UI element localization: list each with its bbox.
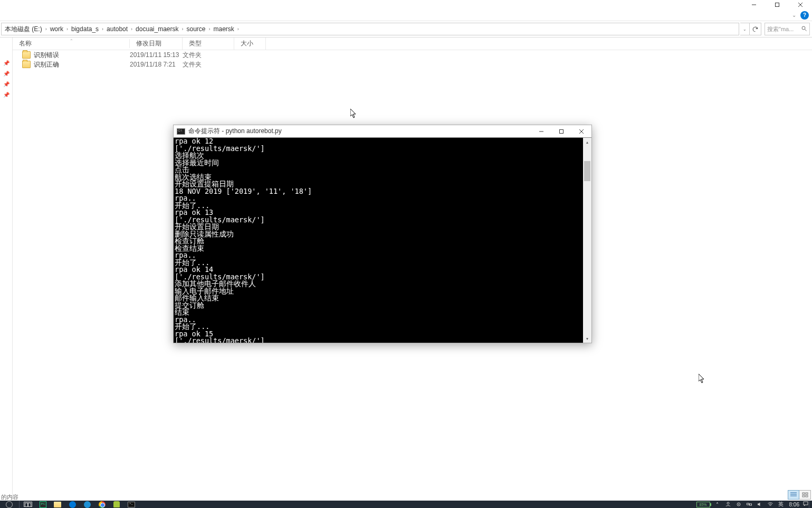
details-view-button[interactable] xyxy=(788,490,799,500)
view-options xyxy=(788,490,811,500)
explorer-minimize-button[interactable] xyxy=(742,0,766,9)
tray-wifi-icon[interactable] xyxy=(765,501,776,508)
svg-point-17 xyxy=(727,502,729,504)
taskbar[interactable]: 的内容 85% ˄ 英 8:06 xyxy=(0,501,812,508)
file-row[interactable]: 识别正确 2019/11/18 7:21 文件夹 xyxy=(13,60,812,69)
refresh-button[interactable] xyxy=(750,23,761,35)
minimize-icon xyxy=(751,2,757,7)
scroll-up-button[interactable]: ▴ xyxy=(583,138,591,146)
cmd-output: rpa ok 12 ['./results/maersk/'] 选择航次 选择最… xyxy=(174,138,583,343)
breadcrumb[interactable]: 本地磁盘 (E:)› work› bigdata_s› autobot› doc… xyxy=(1,23,739,35)
large-icons-view-button[interactable] xyxy=(799,490,811,500)
address-dropdown-button[interactable]: ⌄ xyxy=(740,23,750,35)
scroll-down-button[interactable]: ▾ xyxy=(583,334,591,343)
taskbar-app-cmd[interactable] xyxy=(124,501,139,508)
breadcrumb-item[interactable]: source xyxy=(185,25,206,33)
svg-rect-22 xyxy=(804,502,808,505)
explorer-close-button[interactable] xyxy=(789,0,812,9)
scroll-track[interactable] xyxy=(583,146,591,334)
help-icon[interactable]: ? xyxy=(800,11,809,20)
svg-rect-21 xyxy=(749,504,751,505)
taskbar-app-file-explorer[interactable] xyxy=(50,501,65,508)
svg-rect-12 xyxy=(806,495,808,497)
cortana-button[interactable] xyxy=(0,501,18,508)
chevron-right-icon[interactable]: › xyxy=(235,26,241,32)
breadcrumb-item[interactable]: 本地磁盘 (E:) xyxy=(4,25,43,34)
breadcrumb-item[interactable]: bigdata_s xyxy=(70,25,100,33)
cmd-title-text: 命令提示符 - python autorebot.py xyxy=(188,127,282,136)
file-type: 文件夹 xyxy=(183,60,234,69)
cmd-body[interactable]: rpa ok 12 ['./results/maersk/'] 选择航次 选择最… xyxy=(174,138,591,343)
chevron-right-icon[interactable]: › xyxy=(179,26,185,32)
column-header-name[interactable]: 名称 xyxy=(13,39,130,48)
task-view-button[interactable] xyxy=(21,501,35,508)
cmd-titlebar[interactable]: 命令提示符 - python autorebot.py xyxy=(174,125,591,138)
taskbar-app-ie[interactable] xyxy=(80,501,94,508)
battery-indicator[interactable]: 85% xyxy=(696,502,710,507)
file-row[interactable]: 识别错误 2019/11/11 15:13 文件夹 xyxy=(13,50,812,60)
column-header-size[interactable]: 大小 xyxy=(234,37,266,50)
chevron-right-icon[interactable]: › xyxy=(43,26,49,32)
action-center-icon xyxy=(803,501,809,507)
file-type: 文件夹 xyxy=(183,51,234,60)
column-headers: ⌃ 名称 修改日期 类型 大小 xyxy=(13,37,812,50)
breadcrumb-item[interactable]: work xyxy=(49,25,64,33)
large-icons-view-icon xyxy=(802,492,808,497)
cmd-close-button[interactable] xyxy=(571,125,591,138)
svg-rect-20 xyxy=(747,503,749,505)
scroll-thumb[interactable] xyxy=(584,161,590,181)
ribbon-collapse-chevron-icon[interactable]: ⌄ xyxy=(792,12,796,18)
folder-icon xyxy=(22,61,31,68)
chevron-right-icon[interactable]: › xyxy=(129,26,135,32)
breadcrumb-item[interactable]: docuai_maersk xyxy=(135,25,179,33)
taskbar-app-android[interactable] xyxy=(109,501,124,508)
tray-people-icon[interactable] xyxy=(723,501,733,508)
tray-volume-icon[interactable] xyxy=(754,501,765,508)
chevron-right-icon[interactable]: › xyxy=(207,26,213,32)
quick-access-pin-icon[interactable]: 📌 xyxy=(0,68,13,79)
explorer-maximize-button[interactable] xyxy=(766,0,789,9)
tray-network-icon[interactable] xyxy=(744,501,754,508)
cmd-scrollbar[interactable]: ▴ ▾ xyxy=(583,138,591,343)
column-header-type[interactable]: 类型 xyxy=(183,37,234,50)
ribbon-row: ⌄ ? xyxy=(0,10,812,21)
chevron-right-icon[interactable]: › xyxy=(100,26,106,32)
tray-ime-button[interactable]: 英 xyxy=(776,501,786,508)
maximize-icon xyxy=(559,129,564,134)
maximize-icon xyxy=(775,2,780,7)
volume-icon xyxy=(757,501,763,507)
android-icon xyxy=(113,501,120,507)
nav-sidebar: 📌 📌 📌 📌 xyxy=(0,37,13,498)
svg-point-4 xyxy=(802,26,805,30)
minimize-icon xyxy=(539,129,544,134)
taskbar-app-edge[interactable] xyxy=(65,501,80,508)
tray-overflow-button[interactable]: ˄ xyxy=(712,501,723,508)
quick-access-pin-icon[interactable]: 📌 xyxy=(0,89,13,100)
chevron-right-icon[interactable]: › xyxy=(64,26,70,32)
taskbar-app-chrome[interactable] xyxy=(94,501,109,508)
breadcrumb-item[interactable]: maersk xyxy=(213,25,235,33)
explorer-titlebar[interactable] xyxy=(0,0,812,10)
action-center-button[interactable] xyxy=(803,501,809,508)
close-icon xyxy=(798,2,803,7)
command-prompt-window[interactable]: 命令提示符 - python autorebot.py rpa ok 12 ['… xyxy=(173,125,592,343)
ime-label: 英 xyxy=(778,501,784,508)
column-header-date[interactable]: 修改日期 xyxy=(130,37,183,50)
svg-rect-11 xyxy=(803,495,805,497)
search-input[interactable]: 搜索"ma... xyxy=(765,23,810,35)
taskbar-clock[interactable]: 8:06 xyxy=(786,502,803,507)
quick-access-pin-icon[interactable]: 📌 xyxy=(0,79,13,89)
tray-location-icon[interactable] xyxy=(733,501,744,508)
search-icon xyxy=(801,25,807,33)
cmd-maximize-button[interactable] xyxy=(551,125,571,138)
close-icon xyxy=(579,129,584,134)
show-desktop-button[interactable] xyxy=(809,501,812,508)
svg-rect-14 xyxy=(560,129,563,133)
file-name: 识别正确 xyxy=(34,60,130,69)
status-bar-left: 的内容 xyxy=(0,493,18,501)
breadcrumb-item[interactable]: autobot xyxy=(106,25,129,33)
taskbar-app-pycharm[interactable] xyxy=(35,501,50,508)
quick-access-pin-icon[interactable]: 📌 xyxy=(0,58,13,68)
cmd-icon xyxy=(177,128,185,135)
cmd-minimize-button[interactable] xyxy=(531,125,551,138)
